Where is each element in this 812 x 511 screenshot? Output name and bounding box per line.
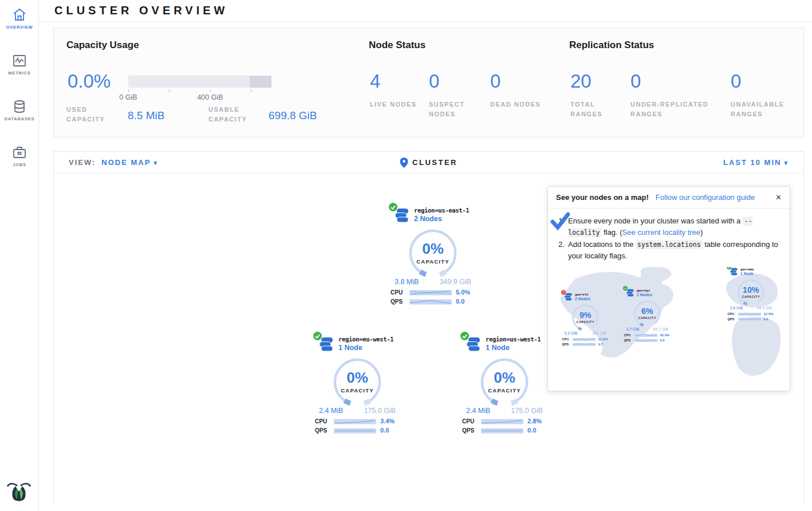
used-capacity: 2.4 MiB (466, 407, 490, 415)
home-icon (12, 8, 27, 22)
axis-tick (169, 89, 170, 92)
capacity-gauge: 9% CAPACITY (570, 303, 601, 332)
tooltip-body: 1. Ensure every node in your cluster was… (548, 209, 790, 261)
region-card-us-west-1[interactable]: region=us-west-1 1 Node 0% CAPACITY 2.4 … (462, 336, 547, 436)
cpu-label: CPU (391, 289, 405, 296)
stat-label: TOTAL RANGES (570, 100, 622, 119)
node-map-area: region=us-east-1 2 Nodes 0% CAPACITY 3.8… (54, 174, 803, 504)
system-locations-code: system.locations (636, 240, 703, 249)
mini-region-card-nyc: geo=nyc 2 Nodes 6% CAPACITY (624, 288, 671, 343)
axis-tick-label: 0 GiB (119, 93, 137, 101)
tooltip-step-2: 2. Add locations to the system.locations… (558, 239, 781, 261)
used-capacity-label: USED CAPACITY (66, 105, 124, 124)
node-stack-icon (391, 207, 409, 224)
map-pin-icon (400, 158, 408, 168)
region-label: region=us-west-1 (486, 336, 541, 343)
cpu-value: 3.4% (380, 418, 395, 424)
stat-label: UNAVAILABLE RANGES (731, 100, 799, 119)
capacity-usage-title: Capacity Usage (66, 40, 139, 51)
total-capacity: 349.9 GiB (439, 278, 471, 286)
suspect-nodes-stat: 0 SUSPECT NODES (429, 72, 480, 119)
locality-tree-link[interactable]: See current locality tree (622, 228, 701, 237)
sidebar-item-label: OVERVIEW (0, 25, 39, 30)
capacity-gauge: 0% CAPACITY (329, 355, 386, 407)
stat-value: 0 (630, 72, 728, 91)
live-check-icon (389, 203, 397, 211)
used-capacity: 3.8 MiB (395, 278, 419, 286)
chevron-down-icon: ▾ (784, 159, 789, 166)
sidebar-item-jobs[interactable]: JOBS (0, 137, 39, 183)
example-node-map: ! geo=sfo 2 Nodes 9 (557, 267, 781, 382)
region-label: region=eu-west-1 (338, 336, 393, 343)
stat-value: 0 (731, 72, 799, 91)
qps-sparkline (334, 427, 376, 434)
stat-label: LIVE NODES (370, 100, 421, 109)
usable-capacity-label: USABLE CAPACITY (208, 105, 266, 124)
qps-value: 0.0 (527, 427, 536, 434)
cockroachdb-logo (7, 479, 31, 508)
jobs-icon (13, 146, 26, 159)
breadcrumb: CLUSTER (400, 158, 458, 168)
view-label: VIEW: (69, 158, 96, 167)
dead-status-icon: ! (561, 290, 566, 294)
node-map-panel: VIEW: NODE MAP▾ CLUSTER LAST 10 MIN▾ reg… (53, 151, 804, 504)
capacity-percent: 0.0% (68, 72, 111, 91)
breadcrumb-cluster[interactable]: CLUSTER (412, 158, 458, 167)
cluster-summary-panel: Capacity Usage 0.0% 0 GiB 400 GiB USED C… (53, 27, 804, 137)
qps-sparkline (481, 427, 523, 434)
cpu-value: 5.0% (456, 289, 470, 296)
sidebar-item-label: DATABASES (0, 116, 39, 121)
capacity-percent: 0% (476, 369, 533, 387)
configuration-guide-link[interactable]: Follow our configuration guide (656, 193, 755, 202)
node-map-config-tooltip: See your nodes on a map! Follow our conf… (547, 186, 790, 391)
under-replicated-ranges-stat: 0 UNDER-REPLICATED RANGES (630, 72, 728, 119)
stat-label: SUSPECT NODES (429, 100, 480, 119)
usable-capacity-value: 699.8 GiB (269, 109, 317, 122)
sidebar-item-label: METRICS (0, 70, 39, 76)
capacity-percent: 0% (329, 369, 386, 387)
capacity-caption: CAPACITY (329, 387, 386, 394)
cpu-sparkline (334, 418, 376, 424)
step-done-check-icon (550, 212, 570, 234)
sidebar-item-overview[interactable]: OVERVIEW (0, 0, 39, 46)
capacity-caption: CAPACITY (476, 387, 533, 394)
region-card-eu-west-1[interactable]: region=eu-west-1 1 Node 0% CAPACITY 2.4 … (314, 336, 400, 436)
node-stack-icon (728, 267, 738, 277)
qps-sparkline (409, 298, 452, 305)
node-count-link[interactable]: 1 Node (338, 344, 393, 352)
view-selector[interactable]: NODE MAP▾ (101, 158, 158, 167)
stat-value: 20 (570, 72, 622, 91)
capacity-bar (128, 76, 271, 88)
metrics-icon (13, 54, 26, 68)
region-label: region=us-east-1 (414, 207, 469, 214)
stat-value: 0 (429, 72, 480, 91)
region-card-us-east-1[interactable]: region=us-east-1 2 Nodes 0% CAPACITY 3.8… (390, 207, 476, 307)
used-capacity-value: 8.5 MiB (128, 109, 164, 122)
axis-tick-label: 400 GiB (197, 93, 223, 101)
node-count-link[interactable]: 1 Node (486, 344, 541, 352)
close-icon[interactable]: ✕ (775, 193, 782, 202)
live-check-icon (460, 332, 469, 340)
stat-label: UNDER-REPLICATED RANGES (630, 100, 728, 119)
node-stack-icon (624, 288, 634, 298)
total-capacity: 175.0 GiB (364, 407, 396, 415)
sidebar-item-databases[interactable]: DATABASES (0, 92, 39, 137)
qps-label: QPS (391, 298, 405, 305)
dead-nodes-stat: 0 DEAD NODES (490, 72, 542, 109)
sidebar-item-metrics[interactable]: METRICS (0, 46, 39, 92)
axis-tick (210, 89, 211, 92)
mini-region-card-ams: geo=ams 1 Node 10% CAPACITY (727, 267, 775, 322)
node-stack-icon (463, 336, 481, 353)
cpu-sparkline (409, 289, 452, 296)
page-title: CLUSTER OVERVIEW (54, 4, 228, 17)
capacity-bar-reserved-segment (250, 76, 271, 88)
time-range-selector[interactable]: LAST 10 MIN▾ (723, 158, 789, 167)
sidebar: OVERVIEW METRICS DATABASES JOBS (0, 0, 39, 511)
capacity-gauge: 10% CAPACITY (735, 278, 767, 306)
capacity-percent: 0% (404, 240, 462, 258)
axis-tick (251, 89, 251, 92)
node-count-link[interactable]: 2 Nodes (414, 215, 469, 223)
live-check-icon (313, 332, 322, 340)
replication-status-title: Replication Status (569, 40, 654, 51)
qps-label: QPS (315, 427, 330, 434)
